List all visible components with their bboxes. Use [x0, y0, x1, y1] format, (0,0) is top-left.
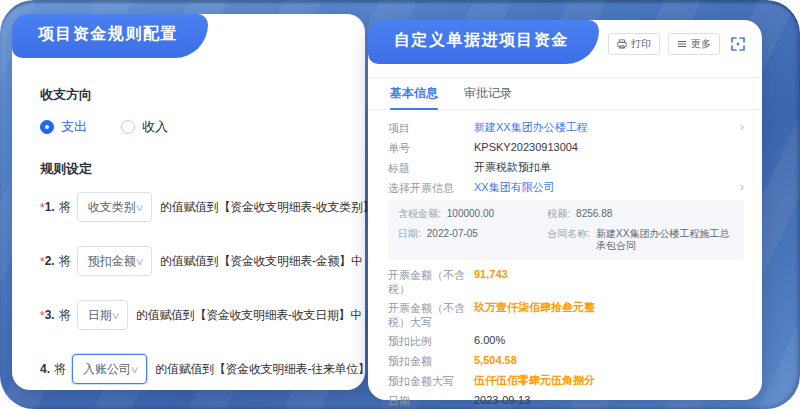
- box-value: 100000.00: [447, 208, 494, 220]
- contract-date: 日期: 2022-07-05: [398, 228, 547, 252]
- tab-bar: 基本信息 审批记录: [368, 78, 762, 110]
- field-value-highlight: 91,743: [474, 267, 744, 281]
- field-value: KPSKY20230913004: [474, 140, 744, 154]
- rules-list: * 1. 将 收支类别 ∨ 的值赋值到【资金收支明细表-收支类别】中 * 2. …: [40, 192, 349, 384]
- field-value: 开票税款预扣单: [474, 160, 744, 174]
- rule-prefix: 将: [59, 199, 71, 216]
- field-label: 项目: [388, 120, 474, 135]
- chevron-right-icon[interactable]: ›: [740, 120, 744, 134]
- panel-fund-rule-config: 项目资金规则配置 收支方向 支出 收入 规则设定 * 1. 将: [12, 14, 365, 390]
- radio-expense-label: 支出: [61, 118, 87, 136]
- more-button-label: 更多: [691, 37, 711, 51]
- box-label: 日期:: [398, 228, 421, 252]
- field-label: 单号: [388, 140, 474, 155]
- rule-suffix: 的值赋值到【资金收支明细表-收支类别】中: [160, 199, 386, 216]
- right-panel-header: 自定义单据进项目资金 打印 更多: [368, 20, 762, 78]
- radio-selected-icon: [40, 120, 54, 134]
- print-button[interactable]: 打印: [608, 33, 660, 55]
- fullscreen-button[interactable]: [728, 34, 748, 54]
- field-value: 2023-09-13: [474, 393, 744, 407]
- select-value: 日期: [88, 307, 112, 324]
- more-button[interactable]: 更多: [668, 33, 720, 55]
- box-label: 含税金额:: [398, 208, 441, 220]
- chevron-down-icon: ∨: [110, 310, 120, 321]
- rule-number: 4.: [40, 362, 50, 376]
- rule-suffix: 的值赋值到【资金收支明细表-金额】中: [160, 253, 363, 270]
- field-row-withhold-amount: 预扣金额 5,504.58: [388, 353, 744, 369]
- field-row-doc-no: 单号 KPSKY20230913004: [388, 140, 744, 156]
- rule-row-2: * 2. 将 预扣金额 ∨ 的值赋值到【资金收支明细表-金额】中: [40, 246, 349, 276]
- field-row-amount-ex-tax-caps: 开票金额（不含税）大写 玖万壹仟柒佰肆拾叁元整: [388, 300, 744, 329]
- radio-income[interactable]: 收入: [121, 118, 168, 136]
- box-value: 新建XX集团办公楼工程施工总承包合同: [596, 228, 734, 252]
- rule-number: 3.: [45, 308, 55, 322]
- screenshot-canvas: 项目资金规则配置 收支方向 支出 收入 规则设定 * 1. 将: [0, 0, 800, 409]
- invoice-company-link[interactable]: XX集团有限公司: [474, 180, 744, 194]
- rules-section-label: 规则设定: [40, 160, 349, 178]
- box-value: 2022-07-05: [427, 228, 478, 252]
- radio-unselected-icon: [121, 120, 135, 134]
- field-row-invoice-info: 选择开票信息 XX集团有限公司 ›: [388, 180, 744, 196]
- rule-number: 2.: [45, 254, 55, 268]
- rule-1-field-select[interactable]: 收支类别 ∨: [77, 192, 152, 222]
- right-panel-title: 自定义单据进项目资金: [368, 20, 599, 64]
- select-value: 入账公司: [83, 361, 131, 378]
- rule-row-3: * 3. 将 日期 ∨ 的值赋值到【资金收支明细表-收支日期】中: [40, 300, 349, 330]
- rule-3-field-select[interactable]: 日期 ∨: [77, 300, 128, 330]
- panel-custom-document: 自定义单据进项目资金 打印 更多 基本信息 审批记录 项目: [368, 20, 762, 400]
- field-row-project: 项目 新建XX集团办公楼工程 ›: [388, 120, 744, 136]
- chevron-down-icon: ∨: [130, 364, 140, 375]
- field-value-highlight: 伍仟伍佰零肆元伍角捌分: [474, 373, 744, 387]
- radio-income-label: 收入: [142, 118, 168, 136]
- contract-tax-incl: 含税金额: 100000.00: [398, 208, 547, 220]
- direction-radio-group: 支出 收入: [40, 118, 349, 136]
- field-label: 日期: [388, 393, 474, 408]
- chevron-right-icon[interactable]: ›: [740, 180, 744, 194]
- field-label: 选择开票信息: [388, 180, 474, 195]
- field-label: 预扣金额大写: [388, 373, 474, 388]
- rule-number: 1.: [45, 200, 55, 214]
- field-value: 6.00%: [474, 333, 744, 347]
- left-panel-title: 项目资金规则配置: [12, 14, 208, 58]
- tab-basic-info[interactable]: 基本信息: [390, 78, 438, 110]
- rule-suffix: 的值赋值到【资金收支明细表-往来单位】中: [155, 361, 381, 378]
- field-row-withhold-ratio: 预扣比例 6.00%: [388, 333, 744, 349]
- field-value-highlight: 5,504.58: [474, 353, 744, 367]
- chevron-down-icon: ∨: [134, 202, 144, 213]
- field-value-highlight: 玖万壹仟柒佰肆拾叁元整: [474, 300, 744, 314]
- field-label: 开票金额（不含税）: [388, 267, 474, 296]
- box-value: 8256.88: [576, 208, 612, 220]
- box-label: 合同名称:: [547, 228, 590, 252]
- rule-2-field-select[interactable]: 预扣金额 ∨: [77, 246, 152, 276]
- rule-row-4: 4. 将 入账公司 ∨ 的值赋值到【资金收支明细表-往来单位】中: [40, 354, 349, 384]
- rule-row-1: * 1. 将 收支类别 ∨ 的值赋值到【资金收支明细表-收支类别】中: [40, 192, 349, 222]
- detail-form: 项目 新建XX集团办公楼工程 › 单号 KPSKY20230913004 标题 …: [368, 110, 762, 409]
- rule-prefix: 将: [54, 361, 66, 378]
- toolbar: 打印 更多: [608, 33, 748, 55]
- rule-prefix: 将: [59, 307, 71, 324]
- field-label: 预扣比例: [388, 333, 474, 348]
- contract-tax: 税额: 8256.88: [547, 208, 734, 220]
- print-button-label: 打印: [631, 37, 651, 51]
- field-label: 预扣金额: [388, 353, 474, 368]
- box-label: 税额:: [547, 208, 570, 220]
- direction-section-label: 收支方向: [40, 86, 349, 104]
- rule-4-field-select[interactable]: 入账公司 ∨: [72, 354, 147, 384]
- printer-icon: [617, 39, 627, 49]
- rule-suffix: 的值赋值到【资金收支明细表-收支日期】中: [136, 307, 362, 324]
- field-label: 开票金额（不含税）大写: [388, 300, 474, 329]
- menu-icon: [677, 39, 687, 49]
- fullscreen-icon: [730, 36, 746, 52]
- select-value: 收支类别: [88, 199, 136, 216]
- field-row-withhold-amount-caps: 预扣金额大写 伍仟伍佰零肆元伍角捌分: [388, 373, 744, 389]
- project-link[interactable]: 新建XX集团办公楼工程: [474, 120, 744, 134]
- radio-expense[interactable]: 支出: [40, 118, 87, 136]
- field-label: 标题: [388, 160, 474, 175]
- chevron-down-icon: ∨: [134, 256, 144, 267]
- contract-info-box: 含税金额: 100000.00 税额: 8256.88 日期: 2022-07-…: [388, 200, 744, 260]
- tab-approval-record[interactable]: 审批记录: [464, 78, 512, 110]
- contract-name: 合同名称: 新建XX集团办公楼工程施工总承包合同: [547, 228, 734, 252]
- field-row-date: 日期 2023-09-13: [388, 393, 744, 409]
- field-row-amount-ex-tax: 开票金额（不含税） 91,743: [388, 267, 744, 296]
- field-row-title: 标题 开票税款预扣单: [388, 160, 744, 176]
